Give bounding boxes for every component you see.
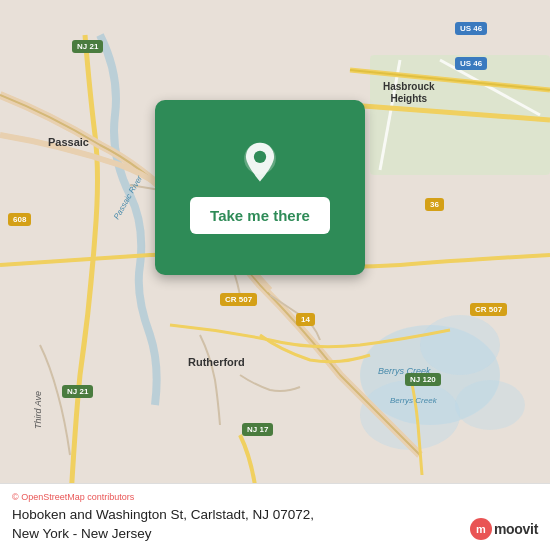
place-label-hasbrouck: HasbrouckHeights (380, 80, 438, 106)
place-label-rutherford: Rutherford (185, 355, 248, 369)
moovit-name: moovit (494, 521, 538, 537)
badge-nj21-bottom: NJ 21 (62, 385, 93, 398)
moovit-logo: m moovit (470, 518, 538, 540)
badge-nj120: NJ 120 (405, 373, 441, 386)
badge-608: 608 (8, 213, 31, 226)
moovit-icon: m (470, 518, 492, 540)
badge-nj17: NJ 17 (242, 423, 273, 436)
take-me-there-button[interactable]: Take me there (190, 197, 330, 234)
badge-us46-top: US 46 (455, 22, 487, 35)
svg-text:Berrys Creek: Berrys Creek (390, 396, 438, 405)
badge-cr507: CR 507 (220, 293, 257, 306)
badge-36: 36 (425, 198, 444, 211)
location-pin-icon (238, 141, 282, 185)
bottom-bar: © OpenStreetMap contributors Hoboken and… (0, 483, 550, 550)
badge-nj21-top: NJ 21 (72, 40, 103, 53)
place-label-passaic: Passaic (45, 135, 92, 149)
map-container: Passaic River Berrys Creek Passaic Hasbr… (0, 0, 550, 550)
osm-attribution: © OpenStreetMap contributors (12, 492, 538, 502)
svg-point-11 (254, 151, 266, 163)
place-label-third-ave: Third Ave (30, 370, 46, 430)
location-text: Hoboken and Washington St, Carlstadt, NJ… (12, 506, 538, 544)
osm-link[interactable]: © OpenStreetMap contributors (12, 492, 134, 502)
svg-point-4 (455, 380, 525, 430)
address-line1: Hoboken and Washington St, Carlstadt, NJ… (12, 507, 314, 522)
address-line2: New York - New Jersey (12, 526, 152, 541)
badge-us46-lower: US 46 (455, 57, 487, 70)
action-card: Take me there (155, 100, 365, 275)
map-background: Passaic River Berrys Creek (0, 0, 550, 550)
badge-cr507-right: CR 507 (470, 303, 507, 316)
badge-14: 14 (296, 313, 315, 326)
